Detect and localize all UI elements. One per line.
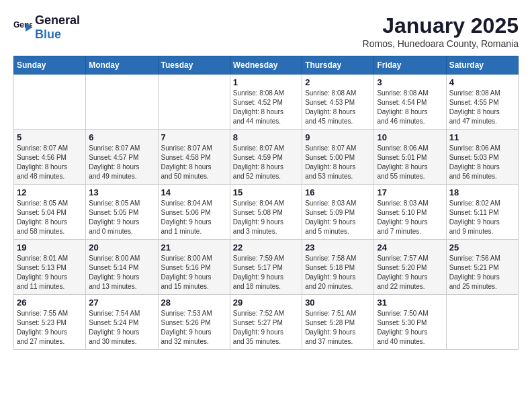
calendar-cell: 31Sunrise: 7:50 AM Sunset: 5:30 PM Dayli… — [374, 295, 446, 350]
day-number: 22 — [233, 242, 299, 253]
day-number: 4 — [449, 77, 515, 87]
day-number: 17 — [377, 187, 443, 197]
day-info: Sunrise: 8:08 AM Sunset: 4:53 PM Dayligh… — [305, 89, 371, 126]
title-block: January 2025 Romos, Hunedoara County, Ro… — [363, 13, 519, 49]
day-info: Sunrise: 8:05 AM Sunset: 5:05 PM Dayligh… — [89, 199, 154, 236]
calendar-week-4: 19Sunrise: 8:01 AM Sunset: 5:13 PM Dayli… — [14, 240, 519, 295]
weekday-header-thursday: Thursday — [302, 56, 374, 75]
calendar-cell: 5Sunrise: 8:07 AM Sunset: 4:56 PM Daylig… — [14, 130, 86, 185]
day-number: 20 — [89, 242, 154, 253]
calendar-cell: 10Sunrise: 8:06 AM Sunset: 5:01 PM Dayli… — [374, 130, 446, 185]
day-info: Sunrise: 8:02 AM Sunset: 5:11 PM Dayligh… — [449, 199, 515, 236]
day-number: 29 — [233, 298, 299, 308]
calendar-cell: 27Sunrise: 7:54 AM Sunset: 5:24 PM Dayli… — [86, 295, 158, 350]
calendar-cell: 28Sunrise: 7:53 AM Sunset: 5:26 PM Dayli… — [158, 295, 230, 350]
day-info: Sunrise: 8:08 AM Sunset: 4:54 PM Dayligh… — [377, 89, 443, 126]
calendar-cell: 17Sunrise: 8:03 AM Sunset: 5:10 PM Dayli… — [374, 185, 446, 240]
day-number: 12 — [17, 187, 83, 197]
main-title: January 2025 — [363, 13, 519, 38]
weekday-header-monday: Monday — [86, 56, 158, 75]
day-number: 15 — [233, 187, 299, 197]
calendar-cell: 2Sunrise: 8:08 AM Sunset: 4:53 PM Daylig… — [302, 75, 374, 130]
page-header: General General Blue January 2025 Romos,… — [13, 13, 519, 49]
calendar-cell: 4Sunrise: 8:08 AM Sunset: 4:55 PM Daylig… — [446, 75, 518, 130]
day-number: 25 — [449, 242, 515, 253]
calendar-cell: 16Sunrise: 8:03 AM Sunset: 5:09 PM Dayli… — [302, 185, 374, 240]
weekday-header-tuesday: Tuesday — [158, 56, 230, 75]
calendar-cell: 11Sunrise: 8:06 AM Sunset: 5:03 PM Dayli… — [446, 130, 518, 185]
day-number: 24 — [377, 242, 443, 253]
weekday-header-saturday: Saturday — [446, 56, 518, 75]
day-info: Sunrise: 8:07 AM Sunset: 5:00 PM Dayligh… — [305, 144, 371, 181]
day-number: 27 — [89, 298, 154, 308]
day-number: 9 — [305, 132, 371, 142]
day-info: Sunrise: 8:03 AM Sunset: 5:09 PM Dayligh… — [305, 199, 371, 236]
calendar-cell — [158, 75, 230, 130]
calendar-cell: 29Sunrise: 7:52 AM Sunset: 5:27 PM Dayli… — [230, 295, 302, 350]
calendar-cell — [14, 75, 86, 130]
logo-icon: General — [13, 18, 32, 37]
day-info: Sunrise: 8:06 AM Sunset: 5:01 PM Dayligh… — [377, 144, 443, 181]
logo-general-text: General — [35, 13, 80, 27]
day-info: Sunrise: 8:04 AM Sunset: 5:08 PM Dayligh… — [233, 199, 299, 236]
day-info: Sunrise: 8:06 AM Sunset: 5:03 PM Dayligh… — [449, 144, 515, 181]
calendar-cell: 3Sunrise: 8:08 AM Sunset: 4:54 PM Daylig… — [374, 75, 446, 130]
day-info: Sunrise: 8:05 AM Sunset: 5:04 PM Dayligh… — [17, 199, 83, 236]
calendar-cell: 12Sunrise: 8:05 AM Sunset: 5:04 PM Dayli… — [14, 185, 86, 240]
calendar-cell: 30Sunrise: 7:51 AM Sunset: 5:28 PM Dayli… — [302, 295, 374, 350]
day-info: Sunrise: 7:55 AM Sunset: 5:23 PM Dayligh… — [17, 309, 83, 347]
logo: General General Blue — [13, 13, 80, 42]
calendar-cell: 25Sunrise: 7:56 AM Sunset: 5:21 PM Dayli… — [446, 240, 518, 295]
day-info: Sunrise: 8:08 AM Sunset: 4:55 PM Dayligh… — [449, 89, 515, 126]
day-info: Sunrise: 8:07 AM Sunset: 4:56 PM Dayligh… — [17, 144, 83, 181]
weekday-header-row: SundayMondayTuesdayWednesdayThursdayFrid… — [14, 56, 519, 75]
day-info: Sunrise: 7:53 AM Sunset: 5:26 PM Dayligh… — [161, 309, 227, 347]
calendar-cell: 23Sunrise: 7:58 AM Sunset: 5:18 PM Dayli… — [302, 240, 374, 295]
day-info: Sunrise: 8:07 AM Sunset: 4:59 PM Dayligh… — [233, 144, 299, 181]
subtitle: Romos, Hunedoara County, Romania — [363, 38, 519, 49]
calendar-cell: 14Sunrise: 8:04 AM Sunset: 5:06 PM Dayli… — [158, 185, 230, 240]
calendar-cell: 20Sunrise: 8:00 AM Sunset: 5:14 PM Dayli… — [86, 240, 158, 295]
day-number: 3 — [377, 77, 443, 87]
day-number: 14 — [161, 187, 227, 197]
day-number: 11 — [449, 132, 515, 142]
day-number: 13 — [89, 187, 154, 197]
day-number: 18 — [449, 187, 515, 197]
day-info: Sunrise: 7:56 AM Sunset: 5:21 PM Dayligh… — [449, 254, 515, 291]
day-info: Sunrise: 7:54 AM Sunset: 5:24 PM Dayligh… — [89, 309, 154, 347]
day-info: Sunrise: 8:04 AM Sunset: 5:06 PM Dayligh… — [161, 199, 227, 236]
day-number: 10 — [377, 132, 443, 142]
day-info: Sunrise: 8:08 AM Sunset: 4:52 PM Dayligh… — [233, 89, 299, 126]
calendar-cell: 22Sunrise: 7:59 AM Sunset: 5:17 PM Dayli… — [230, 240, 302, 295]
calendar-week-2: 5Sunrise: 8:07 AM Sunset: 4:56 PM Daylig… — [14, 130, 519, 185]
calendar-cell: 26Sunrise: 7:55 AM Sunset: 5:23 PM Dayli… — [14, 295, 86, 350]
calendar-cell: 15Sunrise: 8:04 AM Sunset: 5:08 PM Dayli… — [230, 185, 302, 240]
day-info: Sunrise: 7:57 AM Sunset: 5:20 PM Dayligh… — [377, 254, 443, 291]
calendar-cell: 24Sunrise: 7:57 AM Sunset: 5:20 PM Dayli… — [374, 240, 446, 295]
day-info: Sunrise: 7:51 AM Sunset: 5:28 PM Dayligh… — [305, 309, 371, 347]
calendar-table: SundayMondayTuesdayWednesdayThursdayFrid… — [13, 56, 519, 350]
day-number: 28 — [161, 298, 227, 308]
calendar-cell: 8Sunrise: 8:07 AM Sunset: 4:59 PM Daylig… — [230, 130, 302, 185]
day-info: Sunrise: 8:07 AM Sunset: 4:57 PM Dayligh… — [89, 144, 154, 181]
day-number: 5 — [17, 132, 83, 142]
day-info: Sunrise: 8:00 AM Sunset: 5:16 PM Dayligh… — [161, 254, 227, 291]
calendar-week-1: 1Sunrise: 8:08 AM Sunset: 4:52 PM Daylig… — [14, 75, 519, 130]
weekday-header-sunday: Sunday — [14, 56, 86, 75]
day-number: 23 — [305, 242, 371, 253]
day-number: 8 — [233, 132, 299, 142]
day-number: 7 — [161, 132, 227, 142]
day-number: 1 — [233, 77, 299, 87]
calendar-cell — [86, 75, 158, 130]
day-info: Sunrise: 8:07 AM Sunset: 4:58 PM Dayligh… — [161, 144, 227, 181]
day-number: 6 — [89, 132, 154, 142]
day-number: 19 — [17, 242, 83, 253]
day-info: Sunrise: 8:01 AM Sunset: 5:13 PM Dayligh… — [17, 254, 83, 291]
calendar-week-3: 12Sunrise: 8:05 AM Sunset: 5:04 PM Dayli… — [14, 185, 519, 240]
calendar-week-5: 26Sunrise: 7:55 AM Sunset: 5:23 PM Dayli… — [14, 295, 519, 350]
day-number: 16 — [305, 187, 371, 197]
day-info: Sunrise: 7:50 AM Sunset: 5:30 PM Dayligh… — [377, 309, 443, 347]
day-number: 31 — [377, 298, 443, 308]
day-number: 2 — [305, 77, 371, 87]
day-info: Sunrise: 7:58 AM Sunset: 5:18 PM Dayligh… — [305, 254, 371, 291]
